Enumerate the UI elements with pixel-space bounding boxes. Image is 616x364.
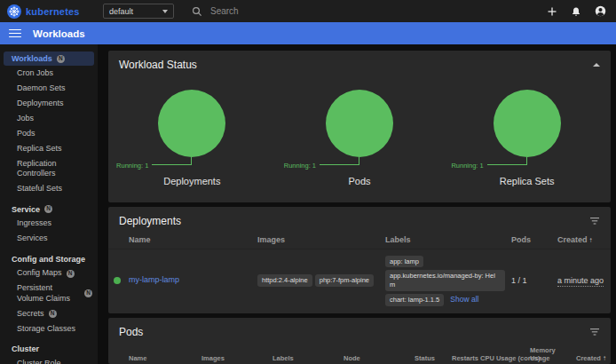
sidebar-item-ingresses[interactable]: Ingresses [0, 217, 98, 232]
user-account-icon[interactable] [595, 5, 606, 17]
column-header-created[interactable]: Created↑ [557, 235, 611, 244]
sidebar-item-label: Services [17, 233, 48, 243]
sidebar-item-service[interactable]: ServiceN [0, 202, 98, 217]
namespaced-badge: N [44, 205, 52, 213]
column-header-images[interactable]: Images [257, 235, 385, 244]
sidebar-item-secrets[interactable]: SecretsN [0, 306, 98, 321]
column-header-pods[interactable]: Pods [511, 235, 557, 244]
namespaced-badge: N [49, 310, 57, 318]
status-running-icon [114, 277, 121, 284]
show-all-link[interactable]: Show all [450, 295, 478, 304]
column-header-labels[interactable]: Labels [272, 354, 344, 362]
column-header-cpu-usage-cores[interactable]: CPU Usage (cores) [480, 354, 530, 362]
sidebar-item-jobs[interactable]: Jobs [0, 111, 98, 126]
label-chip: app.kubernetes.io/managed-by: Helm [385, 270, 505, 291]
brand[interactable]: kubernetes [7, 4, 96, 19]
column-header-node[interactable]: Node [344, 354, 415, 362]
sidebar-item-config-maps[interactable]: Config MapsN [0, 266, 98, 281]
page-title: Workloads [33, 28, 85, 39]
name-cell: my-lamp-lamp [129, 275, 257, 286]
sidebar-item-label: Replica Sets [17, 144, 62, 154]
column-header-restarts[interactable]: Restarts [452, 354, 480, 362]
sidebar-item-label: Replication Controllers [17, 159, 92, 179]
column-header-name[interactable]: Name [129, 235, 257, 244]
chart-status-label: Running: 1 [284, 162, 316, 170]
filter-icon[interactable] [589, 328, 600, 336]
sidebar-item-cluster[interactable]: Cluster [0, 342, 98, 356]
notifications-bell-icon[interactable] [571, 6, 581, 17]
chart-title: Pods [276, 176, 444, 186]
collapse-icon[interactable] [593, 63, 600, 67]
sidebar-item-deployments[interactable]: Deployments [0, 96, 98, 111]
search-box[interactable] [192, 0, 374, 22]
chart-connector-line [487, 157, 527, 165]
workload-chart-deployments: Running: 1Deployments [108, 90, 276, 194]
sidebar-item-label: Deployments [17, 99, 64, 108]
sidebar-item-label: Secrets [17, 309, 44, 319]
column-header-images[interactable]: Images [201, 354, 272, 362]
column-header-created[interactable]: Created↑ [576, 354, 611, 362]
chart-connector-line [152, 157, 192, 165]
sidebar-item-persistent-volume-claims[interactable]: Persistent Volume ClaimsN [0, 281, 98, 306]
sidebar-item-label: Pods [17, 129, 36, 138]
sidebar-item-storage-classes[interactable]: Storage Classes [0, 321, 98, 336]
deployments-card: Deployments NameImagesLabelsPodsCreated↑… [108, 207, 611, 313]
workload-chart-replica-sets: Running: 1Replica Sets [443, 90, 611, 194]
sidebar-nav: WorkloadsNCron JobsDaemon SetsDeployment… [0, 44, 98, 364]
deployment-link[interactable]: my-lamp-lamp [129, 275, 179, 284]
sidebar-item-cluster-role-bindings[interactable]: Cluster Role Bindings [0, 356, 98, 364]
namespace-value: default [109, 7, 133, 16]
sidebar-item-label: Persistent Volume Claims [17, 283, 80, 304]
sidebar-item-services[interactable]: Services [0, 232, 98, 247]
sidebar-item-label: Service [12, 205, 40, 214]
sidebar-item-label: Cluster Role Bindings [17, 359, 92, 364]
sidebar-item-workloads[interactable]: WorkloadsN [4, 51, 94, 66]
sidebar-item-daemon-sets[interactable]: Daemon Sets [0, 81, 98, 96]
sort-arrow-icon: ↑ [589, 236, 593, 244]
sidebar-item-label: Ingresses [17, 218, 51, 228]
namespaced-badge: N [67, 270, 75, 278]
sidebar-item-label: Config and Storage [12, 255, 85, 264]
sidebar-item-label: Storage Classes [17, 324, 75, 334]
column-header-memory-usage-bytes[interactable]: Memory Usage (bytes) [530, 346, 576, 364]
label-chip: httpd:2.4-alpine [257, 274, 312, 287]
label-chip: app: lamp [385, 256, 423, 268]
column-header-name[interactable]: Name [129, 354, 201, 362]
deployments-table-head: NameImagesLabelsPodsCreated↑ [108, 233, 611, 249]
topbar-actions [547, 5, 609, 17]
sidebar-item-replica-sets[interactable]: Replica Sets [0, 141, 98, 156]
labels-cell: app: lampapp.kubernetes.io/managed-by: H… [385, 254, 511, 307]
namespaced-badge: N [57, 55, 65, 63]
label-chip: php:7-fpm-alpine [315, 274, 374, 287]
search-input[interactable] [210, 6, 352, 16]
topbar: kubernetes default [0, 0, 616, 22]
chart-status-label: Running: 1 [451, 162, 483, 170]
namespace-selector[interactable]: default [103, 4, 174, 19]
pods-card: Pods NameImagesLabelsNodeStatusRestartsC… [108, 318, 611, 364]
label-line: app.kubernetes.io/managed-by: Helm [385, 269, 508, 293]
sidebar-item-stateful-sets[interactable]: Stateful Sets [0, 181, 98, 196]
sidebar-item-replication-controllers[interactable]: Replication Controllers [0, 156, 98, 181]
namespaced-badge: N [84, 289, 92, 297]
filter-icon[interactable] [589, 217, 600, 226]
deployment-row[interactable]: my-lamp-lamphttpd:2.4-alpinephp:7-fpm-al… [108, 249, 611, 313]
chart-status-label: Running: 1 [116, 162, 148, 170]
content: WorkloadsNCron JobsDaemon SetsDeployment… [0, 44, 616, 364]
create-resource-icon[interactable] [547, 6, 557, 17]
column-header-status[interactable]: Status [415, 354, 452, 362]
sidebar-item-pods[interactable]: Pods [0, 126, 98, 141]
pie-chart [158, 90, 225, 157]
card-title: Deployments [119, 215, 181, 227]
card-title: Pods [119, 326, 143, 338]
sidebar-item-label: Cluster [12, 344, 39, 353]
created-ago: a minute ago [557, 276, 604, 287]
chart-connector-line [320, 157, 359, 165]
sidebar-item-config-and-storage[interactable]: Config and Storage [0, 252, 98, 266]
chevron-down-icon [162, 10, 168, 13]
sidebar-item-label: Cron Jobs [17, 68, 53, 78]
menu-icon[interactable] [9, 27, 21, 39]
sidebar-item-label: Config Maps [17, 268, 62, 278]
column-header-labels[interactable]: Labels [385, 235, 511, 244]
sidebar-item-cron-jobs[interactable]: Cron Jobs [0, 66, 98, 81]
sidebar-item-label: Daemon Sets [17, 83, 66, 93]
